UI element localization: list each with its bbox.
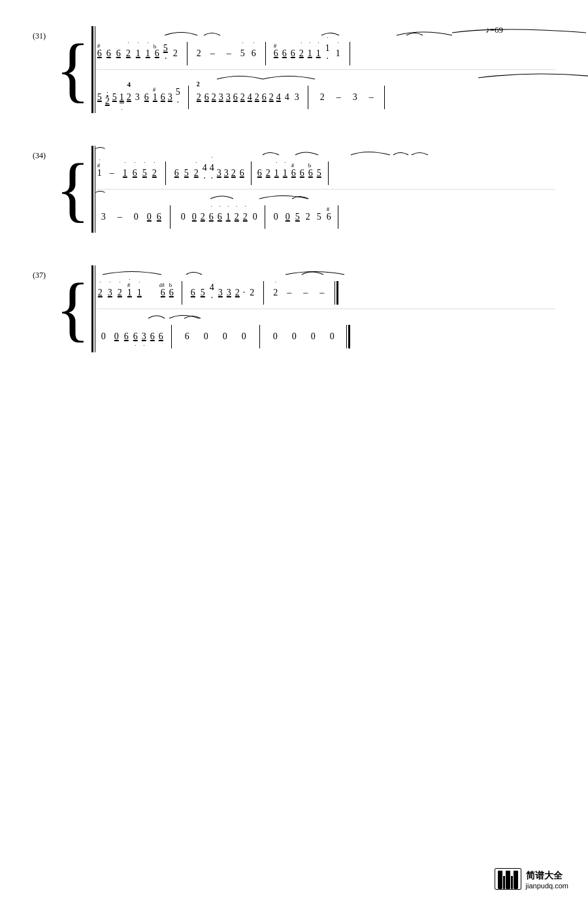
- barline: [182, 281, 182, 305]
- note: ·: [243, 288, 246, 298]
- section-34: (34) { ⁀ #: [33, 146, 555, 233]
- note: 4 2: [127, 92, 131, 103]
- rest-zero: 0: [311, 331, 316, 342]
- note: · 6: [218, 212, 222, 222]
- rest: –: [303, 288, 308, 298]
- note: 6: [159, 331, 163, 342]
- barline: [170, 205, 171, 229]
- note: 5: [317, 212, 321, 222]
- bottom-logo: 简谱大全 jianpudq.com: [495, 868, 568, 890]
- note: 3: [226, 92, 231, 103]
- note: 6: [291, 48, 295, 59]
- barline: [308, 86, 308, 109]
- note: 6: [116, 48, 121, 59]
- note: 6: [144, 92, 149, 103]
- brace-symbol: {: [56, 26, 90, 113]
- note: 6: [124, 331, 129, 342]
- note: · 6: [252, 48, 256, 59]
- note: 5 ·: [163, 43, 168, 64]
- staff-lower-31: 5 · 2 5 1 ·: [96, 69, 555, 113]
- note: 2: [212, 92, 216, 103]
- rest-zero: 0: [253, 212, 257, 222]
- note: 3: [168, 92, 172, 103]
- note: · 2: [118, 288, 122, 298]
- note: · 1 ·: [325, 43, 330, 64]
- note: 3: [218, 288, 223, 298]
- note: 6 ·: [133, 331, 138, 342]
- note: 4: [285, 92, 289, 103]
- note: 6: [185, 331, 189, 342]
- note: 2: [269, 92, 274, 103]
- note: · 5: [240, 48, 245, 59]
- note: 2: [197, 48, 201, 59]
- note: 2: [266, 168, 270, 178]
- note: · 1: [146, 48, 150, 59]
- brace-symbol-37: {: [56, 265, 90, 352]
- rest: –: [118, 212, 122, 222]
- note: d# 6: [161, 288, 165, 298]
- note: 4·: [210, 282, 214, 303]
- note: 6: [300, 168, 304, 178]
- logo-url: jianpudq.com: [526, 882, 568, 890]
- note: · 2: [235, 212, 239, 222]
- note: 5: [201, 288, 205, 298]
- note: 6: [262, 92, 267, 103]
- note: 6: [233, 92, 238, 103]
- barline: [259, 325, 260, 348]
- note: 6: [150, 331, 155, 342]
- barline: [251, 161, 252, 185]
- note: · 2: [299, 48, 304, 59]
- note: · 1: [274, 168, 279, 178]
- note: 0: [192, 212, 197, 222]
- staff-upper-34: ⁀ # · 1 – · 1: [96, 146, 555, 189]
- note: 4: [276, 92, 281, 103]
- rest-zero: 0: [101, 331, 106, 342]
- note: 4: [248, 92, 252, 103]
- final-barline: [335, 281, 338, 305]
- note: 6: [191, 288, 195, 298]
- barline: [384, 86, 385, 109]
- barline: [165, 161, 166, 185]
- note: 0: [114, 331, 119, 342]
- note: 2: [255, 92, 259, 103]
- note: # · 1: [97, 168, 102, 178]
- staff-upper-31: # 6 6 6 · 2: [96, 26, 555, 69]
- staff-upper-37: · 2 · 3 · 2 # ·: [96, 265, 555, 309]
- note: 5 ·: [176, 87, 180, 108]
- note: 5: [295, 212, 300, 222]
- barline: [265, 42, 266, 65]
- final-barline-lower: [346, 325, 350, 348]
- note: 6: [106, 48, 111, 59]
- section-37: (37) { · 2: [33, 265, 555, 352]
- note: 5: [112, 92, 117, 103]
- note: · 1: [123, 168, 127, 178]
- note: 5: [97, 92, 102, 103]
- note: · 1: [336, 48, 340, 59]
- note: · 2: [105, 88, 110, 107]
- note: · 5: [142, 168, 147, 178]
- note: 3: [217, 168, 221, 178]
- note: · 3: [108, 288, 112, 298]
- note: · 2: [98, 288, 103, 298]
- note: 6: [282, 48, 287, 59]
- rest-zero: 0: [273, 331, 278, 342]
- note: b 6: [308, 168, 313, 178]
- note: 3: [295, 92, 299, 103]
- note: # 6: [291, 168, 296, 178]
- note: 3: [101, 212, 106, 222]
- note: 6: [174, 168, 179, 178]
- note: · 2: [152, 168, 157, 178]
- note: # · 1: [127, 288, 132, 298]
- note: 6: [157, 212, 161, 222]
- barline: [187, 42, 188, 65]
- section-31: (31) ♪=69 { # 6: [33, 26, 555, 113]
- rest-zero: 0: [292, 331, 297, 342]
- note: 2: [250, 288, 254, 298]
- note: 3: [227, 288, 231, 298]
- note: 0: [147, 212, 152, 222]
- note: 6: [240, 168, 244, 178]
- note: 2: [240, 92, 245, 103]
- logo-text: 简谱大全: [526, 870, 568, 882]
- rest: –: [210, 48, 215, 59]
- note: · 2: [243, 212, 248, 222]
